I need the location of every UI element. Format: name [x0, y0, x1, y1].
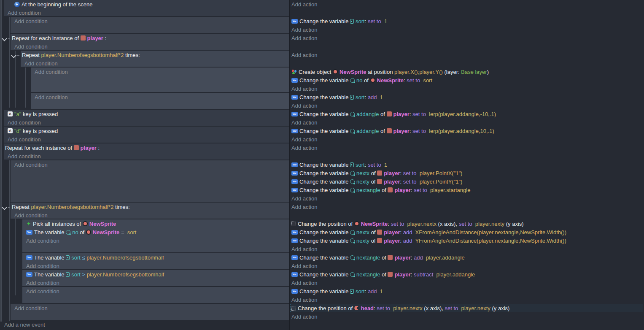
action-row[interactable]: VarChange the variable sort: add 1 [291, 287, 643, 295]
newsprite-icon [333, 69, 338, 74]
player-icon [388, 272, 393, 277]
action-row[interactable]: VarChange the variable nextangle of play… [291, 253, 643, 262]
token: Change the variable [299, 229, 350, 235]
add-condition-link[interactable]: Add condition [22, 287, 289, 295]
add-condition-link[interactable]: Add condition [22, 279, 289, 287]
condition-row[interactable]: A"a" key is pressed [4, 110, 289, 118]
objvar-icon [350, 188, 355, 192]
pick-newsprite-event: +Pick all instances of NewSpriteVarThe v… [0, 219, 644, 253]
actions-panel: Add action [291, 203, 643, 219]
token: Repeat [12, 204, 31, 210]
add-condition-link[interactable]: Add condition [4, 8, 289, 17]
objvar-icon [350, 171, 355, 176]
action-row[interactable]: VarChange the variable nextx of player: … [291, 169, 643, 177]
add-action-link[interactable]: Add action [291, 118, 643, 127]
token: player.nexty [460, 305, 490, 311]
add-condition-link[interactable]: Add condition [11, 304, 289, 312]
link-label: Add action [291, 119, 317, 126]
add-action-link[interactable]: Add action [291, 101, 643, 110]
condition-row[interactable]: VarThe variable no of NewSprite = sort [22, 228, 289, 236]
action-row[interactable]: Change the position of head: set to play… [291, 304, 643, 312]
action-row[interactable]: VarChange the variable sort: set to 1 [291, 160, 643, 169]
add-condition-link[interactable]: Add condition [22, 236, 289, 245]
action-row[interactable]: VarChange the variable no of NewSprite: … [291, 76, 643, 84]
conditions-panel: Add condition [11, 160, 289, 202]
token: Change the variable [299, 128, 350, 134]
add-action-link[interactable]: Add action [291, 51, 643, 59]
action-row[interactable]: VarChange the variable nextangle of play… [291, 270, 643, 279]
foreach-player-event-2: Repeat for each instance of player :Add … [0, 143, 644, 160]
token: times: [113, 204, 129, 210]
token: of [369, 238, 377, 244]
add-condition-link[interactable]: Add condition [4, 118, 289, 127]
condition-row[interactable]: +Pick all instances of NewSprite [22, 219, 289, 228]
event-header-row[interactable]: Repeat for each instance of player : [4, 143, 289, 152]
token: add [403, 229, 414, 235]
add-condition-link[interactable]: Add condition [4, 152, 289, 160]
action-row[interactable]: VarChange the variable nexty of player: … [291, 177, 643, 186]
event-header-row[interactable]: Repeat player.Numberofsegsbottomhalf*2 t… [21, 51, 289, 59]
add-action-link[interactable]: Add action [291, 279, 643, 287]
token: : [97, 145, 100, 151]
action-row[interactable]: VarChange the variable nextangle of play… [291, 186, 643, 194]
var-icon: Var [291, 129, 298, 133]
add-condition-link[interactable]: Add condition [22, 262, 289, 270]
add-action-link[interactable]: Add action [291, 0, 643, 8]
event-header-row[interactable]: ▶At the beginning of the scene [4, 0, 289, 8]
add-action-link[interactable]: Add action [291, 143, 643, 152]
action-row[interactable]: VarChange the variable addangle of playe… [291, 127, 643, 135]
add-condition-link[interactable]: Add condition [21, 59, 289, 68]
link-label: Add action [291, 103, 317, 109]
add-action-link[interactable]: Add action [291, 34, 643, 42]
add-action-link[interactable]: Add action [291, 25, 643, 34]
token: set to [403, 179, 418, 185]
token: player [393, 111, 410, 117]
action-row[interactable]: VarChange the variable nexty of player: … [291, 236, 643, 245]
add-condition-link[interactable]: Add condition [31, 68, 289, 76]
token: no [356, 77, 362, 84]
var-icon: Var [26, 255, 32, 260]
add-condition-link[interactable]: Add condition [11, 211, 289, 219]
add-condition-link[interactable]: Add condition [11, 160, 289, 169]
add-new-event-link[interactable]: Add a new event [4, 322, 45, 328]
add-action-link[interactable]: Add action [291, 84, 643, 93]
token: of [362, 77, 370, 84]
add-condition-link[interactable]: Add condition [31, 93, 289, 101]
token: sort [356, 288, 365, 295]
add-action-link[interactable]: Add action [291, 245, 643, 253]
add-condition-link[interactable]: Add condition [11, 42, 289, 51]
condition-row[interactable]: VarThe variable sort ≤ player.Numberofse… [22, 253, 289, 262]
action-row[interactable]: VarChange the variable nextx of player: … [291, 228, 643, 236]
add-condition-link[interactable]: Add condition [11, 17, 289, 25]
add-action-link[interactable]: Add action [291, 295, 643, 304]
add-action-link[interactable]: Add action [291, 262, 643, 270]
add-condition-link[interactable]: Add condition [4, 135, 289, 143]
token: 1 [383, 18, 387, 24]
var-icon: Var [291, 255, 298, 260]
action-row[interactable]: VarChange the variable sort: add 1 [291, 93, 643, 101]
add-action-link[interactable]: Add action [291, 312, 643, 321]
action-row[interactable]: Change the position of NewSprite: set to… [291, 219, 643, 228]
add-action-link[interactable]: Add action [291, 135, 643, 143]
token: XFromAngleAndDistance(player.nextangle,N… [414, 229, 566, 235]
add-action-link[interactable]: Add action [291, 203, 643, 211]
token: : [388, 221, 391, 227]
condition-row[interactable]: VarThe variable sort > player.Numberofse… [22, 270, 289, 279]
add-action-link[interactable]: Add action [291, 194, 643, 203]
action-row[interactable]: VarChange the variable addangle of playe… [291, 110, 643, 118]
condition-row[interactable]: A"d" key is pressed [4, 127, 289, 135]
token: subtract [414, 271, 435, 278]
token: NewSprite [361, 221, 388, 227]
conditions-panel: Repeat for each instance of player :Add … [11, 34, 289, 50]
event-header-row[interactable]: Repeat for each instance of player : [11, 34, 289, 42]
token: add [403, 238, 414, 244]
newsprite-icon [354, 221, 359, 226]
actions-panel: VarChange the variable addangle of playe… [291, 127, 643, 143]
action-row[interactable]: Create object NewSprite at position play… [291, 68, 643, 76]
action-row[interactable]: VarChange the variable sort: set to 1 [291, 17, 643, 25]
event-sheet: ▶At the beginning of the sceneAdd condit… [0, 0, 644, 330]
link-label: Add action [291, 145, 317, 151]
event-header-row[interactable]: Repeat player.Numberofsegsbottomhalf*2 t… [11, 203, 289, 211]
token: Change the variable [299, 162, 350, 168]
token: : [365, 18, 368, 24]
